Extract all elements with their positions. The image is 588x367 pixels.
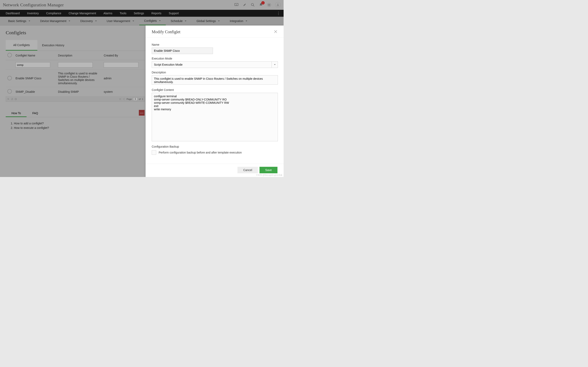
backup-label: Configuration Backup (152, 145, 277, 148)
panel-title: Modify Configlet (152, 30, 181, 34)
desc-label: Description (152, 71, 277, 74)
name-input[interactable] (152, 48, 213, 54)
watermark: CSDN @ManageEngine卓豪 (256, 174, 282, 176)
chevron-down-icon (272, 62, 278, 68)
modify-configlet-panel: Modify Configlet Name Execution Mode Scr… (146, 25, 284, 177)
close-icon[interactable] (274, 30, 277, 34)
desc-textarea[interactable] (152, 75, 278, 85)
backup-checkbox[interactable] (152, 150, 156, 155)
mode-select[interactable]: Script Execution Mode (152, 61, 278, 68)
backup-checkbox-label: Perform configuration backup before and … (159, 151, 242, 154)
mode-value: Script Execution Mode (154, 63, 182, 66)
name-label: Name (152, 43, 277, 46)
content-textarea[interactable] (152, 93, 278, 141)
content-label: Configlet Content (152, 88, 277, 92)
cancel-button[interactable]: Cancel (237, 167, 258, 173)
save-button[interactable]: Save (259, 167, 277, 173)
mode-label: Execution Mode (152, 57, 277, 60)
